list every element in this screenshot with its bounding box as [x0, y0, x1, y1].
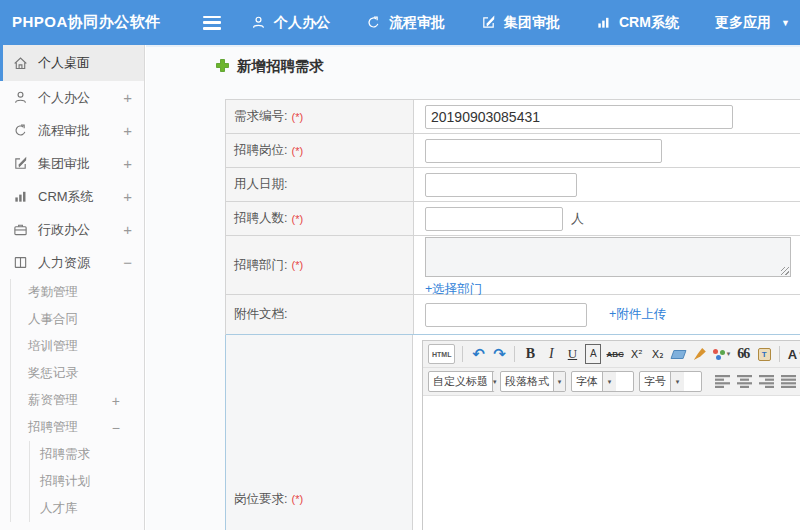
chevron-down-icon: ▾: [492, 372, 497, 391]
attachment-input[interactable]: [425, 303, 587, 327]
required-mark: (*): [291, 259, 303, 271]
form-row-code: 需求编号:(*): [226, 100, 800, 134]
requirement-code-input[interactable]: [425, 105, 733, 129]
sidebar-item-salary[interactable]: 薪资管理+: [11, 387, 144, 414]
editor-toolbar-row2: 自定义标题▾ 段落格式▾ 字体▾ 字号▾: [423, 368, 800, 396]
expand-plus-icon: +: [123, 221, 132, 238]
home-icon: [13, 56, 29, 71]
align-justify-icon[interactable]: [781, 375, 796, 388]
recruit-post-input[interactable]: [425, 139, 662, 163]
required-mark: (*): [291, 145, 303, 157]
sidebar-item-personal-desktop[interactable]: 个人桌面: [0, 45, 144, 81]
underline-button[interactable]: U: [564, 344, 580, 364]
subscript-button[interactable]: X₂: [650, 344, 666, 364]
undo-icon[interactable]: ↶: [470, 344, 486, 364]
align-left-icon[interactable]: [715, 375, 730, 388]
required-mark: (*): [291, 493, 303, 505]
align-center-icon[interactable]: [737, 375, 752, 388]
form-row-department: 招聘部门:(*) +选择部门: [226, 236, 800, 295]
redo-icon[interactable]: ↷: [491, 344, 507, 364]
sidebar-item-recruitment[interactable]: 招聘管理−: [11, 414, 144, 441]
font-color-button[interactable]: A▾: [787, 344, 800, 364]
hire-date-input[interactable]: [425, 173, 577, 197]
paragraph-format-select[interactable]: 段落格式▾: [500, 371, 566, 392]
topnav-more-apps[interactable]: 更多应用 ▼: [715, 14, 790, 32]
eraser-icon[interactable]: [671, 344, 687, 364]
top-nav: 个人办公 流程审批 集团审批 CRM系统 更多应用 ▼: [251, 14, 790, 32]
expand-plus-icon: +: [123, 122, 132, 139]
richtext-editor: HTML ↶ ↷ B I U A ABC X² X₂ ▾: [422, 340, 800, 530]
sidebar-item-recruit-requirement[interactable]: 招聘需求: [30, 441, 144, 468]
sidebar-item-admin-office[interactable]: 行政办公 +: [0, 213, 144, 246]
chevron-down-icon: ▾: [670, 372, 684, 391]
html-source-button[interactable]: HTML: [428, 344, 455, 364]
font-style-button[interactable]: A: [585, 344, 601, 364]
font-size-select[interactable]: 字号▾: [639, 371, 702, 392]
field-label: 招聘岗位:: [234, 142, 287, 159]
chevron-down-icon: ▼: [781, 18, 790, 28]
blockquote-button[interactable]: 66: [735, 344, 751, 364]
topnav-workflow-approval[interactable]: 流程审批: [366, 14, 445, 32]
emoticon-palette-icon[interactable]: ▾: [713, 344, 731, 364]
expand-plus-icon: +: [112, 393, 120, 409]
sidebar-item-crm[interactable]: CRM系统 +: [0, 180, 144, 213]
person-icon: [251, 15, 266, 30]
custom-title-select[interactable]: 自定义标题▾: [428, 371, 495, 392]
main-content: 新增招聘需求 需求编号:(*) 招聘岗位:(*) 用人日期: 招聘人数:(*) …: [146, 45, 800, 530]
italic-button[interactable]: I: [543, 344, 559, 364]
field-label: 用人日期:: [234, 176, 287, 193]
hamburger-menu-icon[interactable]: [203, 16, 221, 30]
sidebar-item-training[interactable]: 培训管理: [11, 333, 144, 360]
sidebar-item-talent-pool[interactable]: 人才库: [30, 495, 144, 522]
topnav-group-approval[interactable]: 集团审批: [481, 14, 560, 32]
form-row-attachment: 附件文档: +附件上传: [226, 295, 800, 335]
sidebar-item-hr[interactable]: 人力资源 −: [0, 246, 144, 279]
attachment-upload-link[interactable]: +附件上传: [609, 306, 666, 323]
chevron-down-icon: ▾: [602, 372, 616, 391]
sidebar-item-hr-contract[interactable]: 人事合同: [11, 306, 144, 333]
top-bar: PHPOA协同办公软件 个人办公 流程审批 集团审批 CRM系统 更多应用 ▼: [0, 0, 800, 45]
collapse-minus-icon: −: [123, 254, 132, 271]
collapse-minus-icon: −: [112, 420, 120, 436]
app-logo: PHPOA协同办公软件: [0, 13, 185, 32]
field-label: 附件文档:: [234, 306, 287, 323]
headcount-input[interactable]: [425, 207, 563, 231]
expand-plus-icon: +: [123, 188, 132, 205]
workflow-icon: [366, 15, 381, 30]
editor-toolbar-row1: HTML ↶ ↷ B I U A ABC X² X₂ ▾: [423, 341, 800, 368]
bar-chart-icon: [596, 15, 611, 30]
sidebar-item-workflow-approval[interactable]: 流程审批 +: [0, 114, 144, 147]
align-right-icon[interactable]: [759, 375, 774, 388]
bold-button[interactable]: B: [522, 344, 538, 364]
topnav-personal-office[interactable]: 个人办公: [251, 14, 330, 32]
required-mark: (*): [291, 111, 303, 123]
recruitment-submenu: 招聘需求 招聘计划 人才库: [29, 441, 144, 522]
edit-icon: [481, 15, 496, 30]
sidebar-item-group-approval[interactable]: 集团审批 +: [0, 147, 144, 180]
recruit-department-textarea[interactable]: [425, 237, 791, 277]
required-mark: (*): [291, 213, 303, 225]
field-label: 招聘人数:: [234, 210, 287, 227]
topnav-crm[interactable]: CRM系统: [596, 14, 679, 32]
bar-chart-icon: [13, 189, 29, 204]
form-row-date: 用人日期:: [226, 168, 800, 202]
field-label: 岗位要求:: [234, 491, 287, 508]
expand-plus-icon: +: [123, 89, 132, 106]
paste-icon[interactable]: T: [756, 344, 772, 364]
page-title: 新增招聘需求: [216, 57, 324, 76]
editor-content-area[interactable]: [423, 396, 800, 530]
sidebar-item-rewards[interactable]: 奖惩记录: [11, 360, 144, 387]
strikethrough-button[interactable]: ABC: [606, 344, 623, 364]
field-label: 需求编号:: [234, 108, 287, 125]
superscript-button[interactable]: X²: [629, 344, 645, 364]
sidebar-item-attendance[interactable]: 考勤管理: [11, 279, 144, 306]
unit-suffix: 人: [571, 210, 584, 228]
sidebar-item-personal-office[interactable]: 个人办公 +: [0, 81, 144, 114]
field-label: 招聘部门:: [234, 257, 287, 274]
font-family-select[interactable]: 字体▾: [571, 371, 634, 392]
alignment-buttons: [715, 375, 796, 388]
format-brush-icon[interactable]: [692, 344, 708, 364]
briefcase-icon: [13, 222, 29, 237]
sidebar-item-recruit-plan[interactable]: 招聘计划: [30, 468, 144, 495]
workflow-icon: [13, 123, 29, 138]
